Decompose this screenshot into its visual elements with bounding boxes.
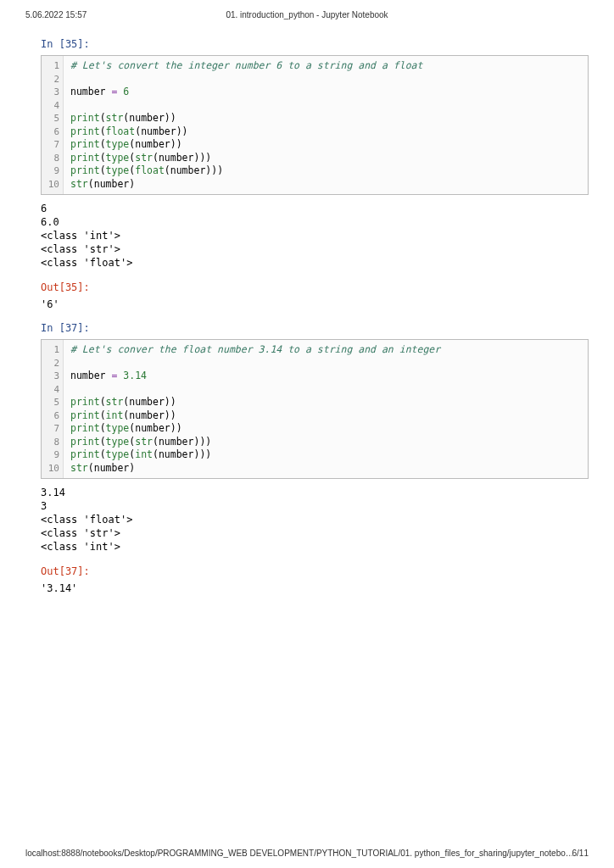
page-header: 5.06.2022 15:57 01. introduction_python … — [0, 0, 614, 26]
in-prompt: In [35]: — [41, 38, 589, 50]
code-cell: 1 2 3 4 5 6 7 8 9 10 # Let's conver the … — [41, 339, 589, 479]
header-timestamp: 5.06.2022 15:57 — [25, 10, 127, 19]
notebook-content: In [35]: 1 2 3 4 5 6 7 8 9 10 # Let's co… — [0, 38, 614, 594]
code-text: # Let's convert the integer number 6 to … — [64, 56, 588, 194]
in-prompt: In [37]: — [41, 322, 589, 334]
code-text: # Let's conver the float number 3.14 to … — [64, 340, 588, 478]
line-gutter: 1 2 3 4 5 6 7 8 9 10 — [42, 56, 64, 194]
cell-result: '6' — [41, 298, 589, 310]
footer-page: 6/11 — [572, 849, 589, 858]
page-footer: localhost:8888/notebooks/Desktop/PROGRAM… — [0, 849, 614, 858]
cell-stdout: 3.14 3 <class 'float'> <class 'str'> <cl… — [41, 486, 589, 554]
footer-path: localhost:8888/notebooks/Desktop/PROGRAM… — [25, 849, 572, 858]
cell-stdout: 6 6.0 <class 'int'> <class 'str'> <class… — [41, 202, 589, 270]
header-title: 01. introduction_python - Jupyter Notebo… — [127, 10, 487, 19]
code-cell: 1 2 3 4 5 6 7 8 9 10 # Let's convert the… — [41, 55, 589, 195]
line-gutter: 1 2 3 4 5 6 7 8 9 10 — [42, 340, 64, 478]
out-prompt: Out[37]: — [41, 565, 589, 577]
out-prompt: Out[35]: — [41, 281, 589, 293]
cell-result: '3.14' — [41, 582, 589, 594]
